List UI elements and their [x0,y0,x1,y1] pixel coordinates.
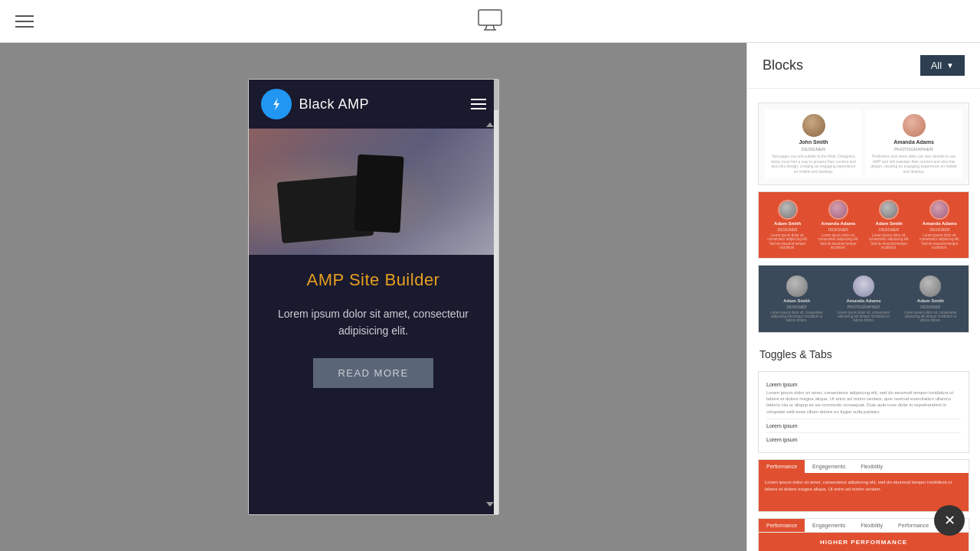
team-card-orange-1: Adam Smith DESIGNER Lorem ipsum dolor si… [763,197,812,253]
block-team-2col[interactable]: John Smith DESIGNER Not pages you will p… [758,103,969,185]
team-desc-d1: Lorem ipsum dolor sit, consectetur adipi… [769,311,825,322]
toggle-header-3[interactable]: Lorem ipsum [766,437,961,442]
phone-brand: Black AMP [299,96,370,112]
team-role-o2: DESIGNER [828,227,848,232]
team-role-d2: PHOTOGRAPHER [848,305,880,309]
tab-performance-2[interactable]: Performance [759,519,805,532]
phone-preview: Black AMP AMP Site Builder Lorem ipsum d… [248,79,499,515]
team-name-o4: Amanda Adams [923,221,957,226]
svg-marker-4 [273,98,279,110]
team-name-d2: Amanda Adams [846,298,880,303]
caret-icon: ▼ [946,61,954,70]
team-name-amanda: Amanda Adams [893,139,934,145]
tab-engagements-2[interactable]: Engagements [805,519,853,532]
read-more-button[interactable]: READ MORE [313,358,433,388]
team-role-o1: DESIGNER [778,227,798,232]
close-icon: ✕ [944,512,956,529]
close-button[interactable]: ✕ [934,505,965,536]
svg-rect-0 [479,10,501,25]
menu-icon[interactable] [15,15,34,28]
block-tabs-1[interactable]: Performance Engagements Flexibility Lore… [758,459,969,512]
team-desc-o2: Lorem ipsum dolor sit, consectetur adipi… [817,233,859,250]
team-name-john: John Smith [799,139,828,145]
team-card-dark-2: Amanda Adams PHOTOGRAPHER Lorem ipsum do… [831,272,895,326]
team-role-o3: DESIGNER [879,227,899,232]
toggle-header-1[interactable]: Lorem ipsum [766,382,961,387]
team-desc-d2: Lorem ipsum dolor sit, consectetur adipi… [835,311,891,322]
team-name-o2: Amanda Adams [821,221,855,226]
phone-scrollbar-thumb[interactable] [494,80,498,110]
team-card-orange-4: Amanda Adams DESIGNER Lorem ipsum dolor … [916,197,964,253]
toggle-header-2[interactable]: Lorem ipsum [766,423,961,429]
toggle-item-3[interactable]: Lorem ipsum [766,433,961,446]
team-name-d1: Adam Smith [783,298,810,303]
phone-logo [261,89,292,119]
toggle-item-1[interactable]: Lorem ipsum Lorem ipsum dolor sit amet, … [766,378,961,420]
svg-line-1 [485,25,487,30]
team-role-john: DESIGNER [802,147,825,152]
team-desc-o4: Lorem ipsum dolor sit, consectetur adipi… [919,233,961,250]
team-member-card: John Smith DESIGNER Not pages you will p… [765,109,862,178]
toggle-content-1: Lorem ipsum dolor sit amet, consectetur … [766,390,961,416]
team-name-d3: Adam Smith [917,298,944,303]
tab-performance-1[interactable]: Performance [759,460,805,473]
tab-content-area-1: Lorem ipsum dolor sit amet, consectetur … [759,473,969,511]
team-name-o3: Adam Smith [876,221,903,226]
filter-label: All [931,60,942,71]
toggles-tabs-section-title: Toggles & Tabs [747,339,980,365]
tab-content-text-1: Lorem ipsum dolor sit amet, consectetur … [765,479,962,493]
team-name-o1: Adam Smith [774,221,801,226]
team-desc-o1: Lorem ipsum dolor sit, consectetur adipi… [766,233,808,250]
sidebar-title: Blocks [763,57,803,73]
sidebar-header: Blocks All ▼ [747,43,980,89]
team-role-d3: DESIGNER [920,305,940,309]
team-card-dark-1: Adam Smith DESIGNER Lorem ipsum dolor si… [765,272,828,326]
team-role-o4: DESIGNER [929,227,949,232]
tab-content-2: HIGHER PERFORMANCE [759,533,969,551]
phone-hero-image [249,129,498,255]
phone-content: AMP Site Builder Lorem ipsum dolor sit a… [249,255,498,514]
team-card-dark-3: Adam Smith DESIGNER Lorem ipsum dolor si… [899,272,962,326]
sidebar-filter-button[interactable]: All ▼ [920,55,965,76]
toggle-item-2[interactable]: Lorem ipsum [766,419,961,433]
hero-device-phone [354,154,403,233]
sidebar: Blocks All ▼ John Smith DESIGNER Not pag… [746,43,980,551]
block-team-dark[interactable]: Adam Smith DESIGNER Lorem ipsum dolor si… [758,265,969,333]
team-avatar-amanda [903,114,926,137]
sidebar-content[interactable]: John Smith DESIGNER Not pages you will p… [747,89,980,551]
phone-scroll-down[interactable] [486,502,494,507]
team-desc-d3: Lorem ipsum dolor sit, consectetur adipi… [903,311,959,322]
block-team-orange[interactable]: Adam Smith DESIGNER Lorem ipsum dolor si… [758,191,969,259]
block-toggle-accordion[interactable]: Lorem ipsum Lorem ipsum dolor sit amet, … [758,371,969,454]
higher-performance-text: HIGHER PERFORMANCE [765,539,962,546]
team-desc-o3: Lorem ipsum dolor sit, consectetur adipi… [868,233,910,250]
team-desc-john: Not pages you will publish to the Web. D… [769,154,858,174]
team-card-orange-3: Adam Smith DESIGNER Lorem ipsum dolor si… [865,197,913,253]
phone-title: AMP Site Builder [307,270,440,290]
svg-line-2 [493,25,495,30]
team-desc-amanda: Publishers and news sites can also decid… [870,154,958,174]
team-card-orange-2: Amanda Adams DESIGNER Lorem ipsum dolor … [814,197,862,253]
preview-area: Black AMP AMP Site Builder Lorem ipsum d… [0,43,746,551]
tab-engagements-1[interactable]: Engagements [805,460,853,473]
phone-scrollbar[interactable] [494,80,498,514]
phone-scroll-up[interactable] [486,122,494,127]
phone-description: Lorem ipsum dolor sit amet, consectetur … [272,305,475,340]
phone-hamburger-icon[interactable] [471,99,486,109]
team-role-amanda: PHOTOGRAPHER [894,147,933,152]
tab-flexibility-1[interactable]: Flexibility [853,460,890,473]
team-role-d1: DESIGNER [787,305,807,309]
tab-performance-2b[interactable]: Performance [890,519,936,532]
tab-flexibility-2[interactable]: Flexibility [853,519,890,532]
phone-nav: Black AMP [249,80,498,129]
team-avatar-john [802,114,825,137]
main-area: Black AMP AMP Site Builder Lorem ipsum d… [0,43,980,551]
phone-nav-left: Black AMP [261,89,370,119]
toolbar [0,0,980,43]
monitor-icon [478,9,502,34]
team-member-card-2: Amanda Adams PHOTOGRAPHER Publishers and… [865,109,962,178]
tabs-nav-1: Performance Engagements Flexibility [759,460,969,473]
